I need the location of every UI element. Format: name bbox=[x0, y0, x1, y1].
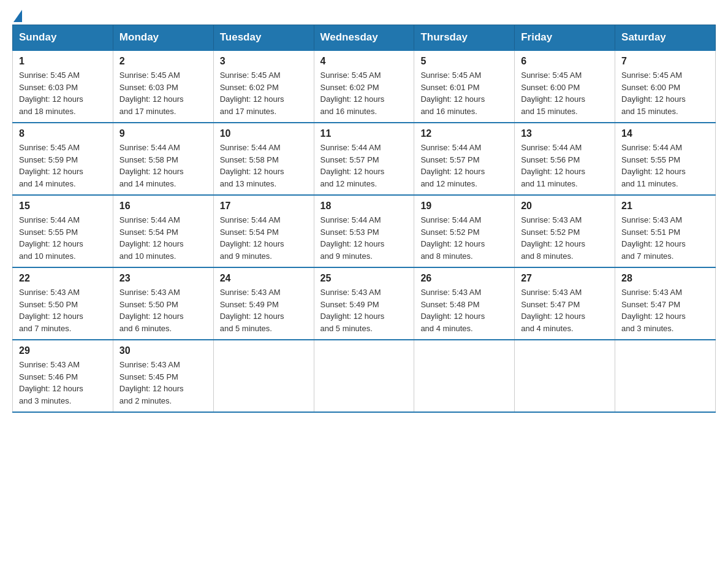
day-number: 11 bbox=[320, 128, 408, 139]
day-info: Sunrise: 5:44 AM Sunset: 5:55 PM Dayligh… bbox=[19, 214, 107, 262]
calendar-cell: 19 Sunrise: 5:44 AM Sunset: 5:52 PM Dayl… bbox=[414, 195, 515, 267]
day-number: 5 bbox=[420, 56, 508, 67]
calendar-cell: 7 Sunrise: 5:45 AM Sunset: 6:00 PM Dayli… bbox=[615, 50, 716, 123]
day-number: 22 bbox=[19, 273, 107, 284]
calendar-cell bbox=[414, 340, 515, 412]
day-info: Sunrise: 5:45 AM Sunset: 6:02 PM Dayligh… bbox=[220, 69, 308, 117]
logo-triangle-icon bbox=[13, 10, 22, 22]
calendar-cell: 6 Sunrise: 5:45 AM Sunset: 6:00 PM Dayli… bbox=[515, 50, 615, 123]
weekday-header-saturday: Saturday bbox=[615, 25, 716, 51]
day-info: Sunrise: 5:45 AM Sunset: 5:59 PM Dayligh… bbox=[19, 142, 107, 190]
day-info: Sunrise: 5:44 AM Sunset: 5:52 PM Dayligh… bbox=[420, 214, 508, 262]
day-info: Sunrise: 5:44 AM Sunset: 5:55 PM Dayligh… bbox=[621, 142, 709, 190]
day-number: 12 bbox=[420, 128, 508, 139]
weekday-header-tuesday: Tuesday bbox=[213, 25, 314, 51]
day-info: Sunrise: 5:43 AM Sunset: 5:49 PM Dayligh… bbox=[220, 286, 308, 334]
day-info: Sunrise: 5:43 AM Sunset: 5:50 PM Dayligh… bbox=[119, 286, 207, 334]
day-number: 13 bbox=[521, 128, 609, 139]
day-number: 16 bbox=[119, 201, 207, 212]
calendar-week-row: 29 Sunrise: 5:43 AM Sunset: 5:46 PM Dayl… bbox=[13, 340, 716, 412]
day-info: Sunrise: 5:44 AM Sunset: 5:53 PM Dayligh… bbox=[320, 214, 408, 262]
calendar-cell: 20 Sunrise: 5:43 AM Sunset: 5:52 PM Dayl… bbox=[515, 195, 615, 267]
day-number: 24 bbox=[220, 273, 308, 284]
day-info: Sunrise: 5:45 AM Sunset: 6:00 PM Dayligh… bbox=[521, 69, 609, 117]
calendar-cell: 12 Sunrise: 5:44 AM Sunset: 5:57 PM Dayl… bbox=[414, 123, 515, 195]
day-number: 7 bbox=[621, 56, 709, 67]
calendar-header-row: SundayMondayTuesdayWednesdayThursdayFrid… bbox=[13, 25, 716, 51]
day-number: 29 bbox=[19, 345, 107, 356]
calendar-cell: 18 Sunrise: 5:44 AM Sunset: 5:53 PM Dayl… bbox=[314, 195, 414, 267]
calendar-week-row: 15 Sunrise: 5:44 AM Sunset: 5:55 PM Dayl… bbox=[13, 195, 716, 267]
day-info: Sunrise: 5:43 AM Sunset: 5:47 PM Dayligh… bbox=[521, 286, 609, 334]
day-info: Sunrise: 5:43 AM Sunset: 5:49 PM Dayligh… bbox=[320, 286, 408, 334]
day-info: Sunrise: 5:45 AM Sunset: 6:03 PM Dayligh… bbox=[119, 69, 207, 117]
day-number: 28 bbox=[621, 273, 709, 284]
day-number: 8 bbox=[19, 128, 107, 139]
calendar-cell: 2 Sunrise: 5:45 AM Sunset: 6:03 PM Dayli… bbox=[113, 50, 213, 123]
day-info: Sunrise: 5:44 AM Sunset: 5:58 PM Dayligh… bbox=[119, 142, 207, 190]
calendar-cell: 22 Sunrise: 5:43 AM Sunset: 5:50 PM Dayl… bbox=[13, 267, 113, 340]
calendar-cell: 5 Sunrise: 5:45 AM Sunset: 6:01 PM Dayli… bbox=[414, 50, 515, 123]
day-number: 2 bbox=[119, 56, 207, 67]
calendar-cell: 29 Sunrise: 5:43 AM Sunset: 5:46 PM Dayl… bbox=[13, 340, 113, 412]
calendar-cell bbox=[515, 340, 615, 412]
day-number: 19 bbox=[420, 201, 508, 212]
day-number: 3 bbox=[220, 56, 308, 67]
weekday-header-friday: Friday bbox=[515, 25, 615, 51]
day-number: 20 bbox=[521, 201, 609, 212]
calendar-cell: 25 Sunrise: 5:43 AM Sunset: 5:49 PM Dayl… bbox=[314, 267, 414, 340]
day-number: 21 bbox=[621, 201, 709, 212]
day-number: 6 bbox=[521, 56, 609, 67]
calendar-cell: 26 Sunrise: 5:43 AM Sunset: 5:48 PM Dayl… bbox=[414, 267, 515, 340]
day-info: Sunrise: 5:45 AM Sunset: 6:03 PM Dayligh… bbox=[19, 69, 107, 117]
day-number: 15 bbox=[19, 201, 107, 212]
day-info: Sunrise: 5:45 AM Sunset: 6:00 PM Dayligh… bbox=[621, 69, 709, 117]
calendar-cell bbox=[615, 340, 716, 412]
day-number: 10 bbox=[220, 128, 308, 139]
logo bbox=[12, 12, 22, 18]
day-number: 9 bbox=[119, 128, 207, 139]
calendar-cell: 4 Sunrise: 5:45 AM Sunset: 6:02 PM Dayli… bbox=[314, 50, 414, 123]
calendar-cell: 21 Sunrise: 5:43 AM Sunset: 5:51 PM Dayl… bbox=[615, 195, 716, 267]
calendar-table: SundayMondayTuesdayWednesdayThursdayFrid… bbox=[12, 25, 716, 413]
day-number: 18 bbox=[320, 201, 408, 212]
calendar-cell: 23 Sunrise: 5:43 AM Sunset: 5:50 PM Dayl… bbox=[113, 267, 213, 340]
day-info: Sunrise: 5:45 AM Sunset: 6:01 PM Dayligh… bbox=[420, 69, 508, 117]
day-number: 17 bbox=[220, 201, 308, 212]
day-info: Sunrise: 5:44 AM Sunset: 5:57 PM Dayligh… bbox=[420, 142, 508, 190]
calendar-cell: 14 Sunrise: 5:44 AM Sunset: 5:55 PM Dayl… bbox=[615, 123, 716, 195]
calendar-cell: 27 Sunrise: 5:43 AM Sunset: 5:47 PM Dayl… bbox=[515, 267, 615, 340]
day-number: 14 bbox=[621, 128, 709, 139]
page-header bbox=[12, 12, 716, 18]
calendar-cell: 16 Sunrise: 5:44 AM Sunset: 5:54 PM Dayl… bbox=[113, 195, 213, 267]
day-number: 27 bbox=[521, 273, 609, 284]
calendar-cell: 10 Sunrise: 5:44 AM Sunset: 5:58 PM Dayl… bbox=[213, 123, 314, 195]
day-number: 23 bbox=[119, 273, 207, 284]
day-info: Sunrise: 5:43 AM Sunset: 5:47 PM Dayligh… bbox=[621, 286, 709, 334]
calendar-week-row: 1 Sunrise: 5:45 AM Sunset: 6:03 PM Dayli… bbox=[13, 50, 716, 123]
calendar-cell: 11 Sunrise: 5:44 AM Sunset: 5:57 PM Dayl… bbox=[314, 123, 414, 195]
day-number: 4 bbox=[320, 56, 408, 67]
day-info: Sunrise: 5:44 AM Sunset: 5:58 PM Dayligh… bbox=[220, 142, 308, 190]
weekday-header-monday: Monday bbox=[113, 25, 213, 51]
calendar-week-row: 22 Sunrise: 5:43 AM Sunset: 5:50 PM Dayl… bbox=[13, 267, 716, 340]
calendar-cell: 13 Sunrise: 5:44 AM Sunset: 5:56 PM Dayl… bbox=[515, 123, 615, 195]
weekday-header-sunday: Sunday bbox=[13, 25, 113, 51]
weekday-header-wednesday: Wednesday bbox=[314, 25, 414, 51]
day-info: Sunrise: 5:43 AM Sunset: 5:46 PM Dayligh… bbox=[19, 359, 107, 407]
weekday-header-thursday: Thursday bbox=[414, 25, 515, 51]
calendar-cell: 24 Sunrise: 5:43 AM Sunset: 5:49 PM Dayl… bbox=[213, 267, 314, 340]
day-info: Sunrise: 5:43 AM Sunset: 5:51 PM Dayligh… bbox=[621, 214, 709, 262]
calendar-week-row: 8 Sunrise: 5:45 AM Sunset: 5:59 PM Dayli… bbox=[13, 123, 716, 195]
day-number: 25 bbox=[320, 273, 408, 284]
calendar-cell: 15 Sunrise: 5:44 AM Sunset: 5:55 PM Dayl… bbox=[13, 195, 113, 267]
calendar-cell bbox=[314, 340, 414, 412]
day-info: Sunrise: 5:43 AM Sunset: 5:45 PM Dayligh… bbox=[119, 359, 207, 407]
day-info: Sunrise: 5:45 AM Sunset: 6:02 PM Dayligh… bbox=[320, 69, 408, 117]
day-number: 30 bbox=[119, 345, 207, 356]
calendar-cell: 8 Sunrise: 5:45 AM Sunset: 5:59 PM Dayli… bbox=[13, 123, 113, 195]
day-info: Sunrise: 5:43 AM Sunset: 5:50 PM Dayligh… bbox=[19, 286, 107, 334]
day-info: Sunrise: 5:44 AM Sunset: 5:54 PM Dayligh… bbox=[119, 214, 207, 262]
calendar-cell bbox=[213, 340, 314, 412]
day-info: Sunrise: 5:43 AM Sunset: 5:48 PM Dayligh… bbox=[420, 286, 508, 334]
